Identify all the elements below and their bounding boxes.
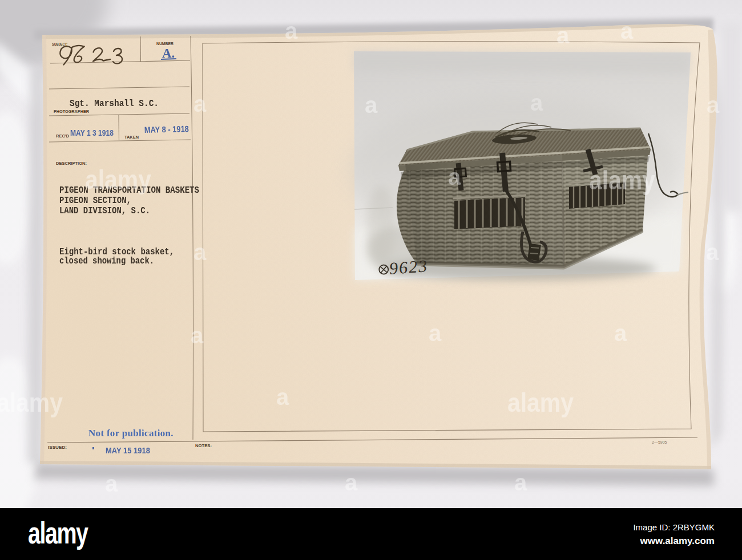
svg-text:alamy: alamy <box>28 516 89 550</box>
svg-text:ISSUED:: ISSUED: <box>48 445 67 450</box>
svg-text:DESCRIPTION:: DESCRIPTION: <box>56 161 87 166</box>
svg-text:alamy: alamy <box>85 165 151 194</box>
svg-text:MAY 1 3 1918: MAY 1 3 1918 <box>70 128 114 137</box>
svg-text:Image ID: 2RBYGMK: Image ID: 2RBYGMK <box>633 522 715 532</box>
svg-text:NUMBER: NUMBER <box>156 42 174 46</box>
svg-text:MAY 8 - 1918: MAY 8 - 1918 <box>144 124 189 135</box>
svg-text:MAY 15 1918: MAY 15 1918 <box>106 445 150 455</box>
svg-text:SUBJECT:: SUBJECT: <box>52 42 67 46</box>
svg-text:a: a <box>191 323 204 348</box>
svg-text:a: a <box>614 320 627 346</box>
svg-text:a: a <box>345 470 358 495</box>
svg-text:a: a <box>193 240 207 265</box>
svg-text:a: a <box>448 164 461 189</box>
svg-text:2—5905: 2—5905 <box>652 440 667 444</box>
svg-text:a: a <box>276 384 289 409</box>
svg-text:LAND DIVISION, S.C.: LAND DIVISION, S.C. <box>59 206 150 216</box>
svg-text:a: a <box>706 240 719 265</box>
svg-text:a: a <box>707 92 720 117</box>
svg-text:PIGEON SECTION,: PIGEON SECTION, <box>59 196 131 206</box>
svg-text:a: a <box>556 23 570 48</box>
svg-text:NOTES:: NOTES: <box>195 443 212 448</box>
svg-text:a: a <box>193 91 207 116</box>
svg-text:a: a <box>620 18 634 43</box>
svg-text:a: a <box>365 92 378 117</box>
svg-text:a: a <box>530 90 543 115</box>
svg-text:9623: 9623 <box>389 256 429 278</box>
svg-text:Sgt. Marshall S.C.: Sgt. Marshall S.C. <box>70 99 159 109</box>
svg-text:REC'D: REC'D <box>56 133 70 139</box>
svg-text:Not for publication.: Not for publication. <box>88 428 174 439</box>
svg-text:a: a <box>429 320 442 346</box>
svg-text:alamy: alamy <box>0 388 63 417</box>
svg-text:closed showing back.: closed showing back. <box>59 256 154 266</box>
svg-text:alamy: alamy <box>589 165 655 195</box>
svg-text:a: a <box>285 18 298 43</box>
svg-text:TAKEN: TAKEN <box>124 135 139 140</box>
svg-text:alamy: alamy <box>507 388 574 417</box>
svg-text:PHOTOGRAPHER: PHOTOGRAPHER <box>54 109 89 114</box>
svg-text:A.: A. <box>162 46 175 60</box>
svg-text:a: a <box>105 471 118 496</box>
svg-text:www.alamy.com: www.alamy.com <box>640 535 715 546</box>
svg-text:a: a <box>514 470 527 495</box>
